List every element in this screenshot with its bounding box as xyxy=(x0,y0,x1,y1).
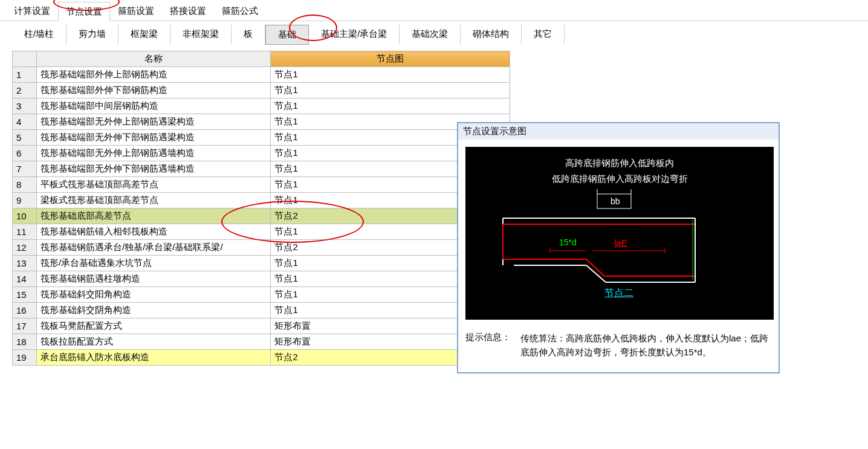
row-num: 19 xyxy=(13,350,37,366)
table-row[interactable]: 3筏形基础端部中间层钢筋构造节点1 xyxy=(13,99,510,114)
cell-node[interactable]: 节点1 xyxy=(271,67,510,83)
sub-tab-7[interactable]: 基础次梁 xyxy=(400,25,461,45)
row-num: 9 xyxy=(13,193,37,208)
cell-name[interactable]: 承台底筋锚入防水底板构造 xyxy=(36,350,271,366)
cell-name[interactable]: 筏形基础钢筋遇柱墩构造 xyxy=(36,271,271,287)
diagram-container: 高跨底排钢筋伸入低跨板内 低跨底排钢筋伸入高跨板对边弯折 bb xyxy=(458,140,779,327)
cell-name[interactable]: 筏形基础端部无外伸上部钢筋遇梁构造 xyxy=(36,114,271,130)
row-num: 8 xyxy=(13,177,37,193)
row-num: 4 xyxy=(13,114,37,130)
settings-table: 名称 节点图 1筏形基础端部外伸上部钢筋构造节点12筏形基础端部外伸下部钢筋构造… xyxy=(12,51,510,366)
top-tab-2[interactable]: 箍筋设置 xyxy=(110,1,162,21)
cell-name[interactable]: 筏形基础端部外伸下部钢筋构造 xyxy=(36,83,271,99)
row-num: 14 xyxy=(13,271,37,287)
cell-name[interactable]: 筏形/承台基础遇集水坑节点 xyxy=(36,256,271,271)
sub-tab-8[interactable]: 砌体结构 xyxy=(461,25,522,45)
sub-tab-2[interactable]: 框架梁 xyxy=(118,25,170,45)
table-row[interactable]: 6筏形基础端部无外伸上部钢筋遇墙构造节点1 xyxy=(13,146,510,161)
diagram-15d-label: 15*d xyxy=(559,237,577,247)
table-row[interactable]: 12筏形基础钢筋遇承台/独基/承台梁/基础联系梁/节点2 xyxy=(13,240,510,256)
sub-tabs: 柱/墙柱剪力墙框架梁非框架梁板基础基础主梁/承台梁基础次梁砌体结构其它 xyxy=(0,21,868,45)
row-num: 7 xyxy=(13,161,37,177)
cell-node[interactable]: 节点1 xyxy=(271,99,510,114)
table-row[interactable]: 2筏形基础端部外伸下部钢筋构造节点1 xyxy=(13,83,510,99)
diagram-popup: 节点设置示意图 高跨底排钢筋伸入低跨板内 低跨底排钢筋伸入高跨板对边弯折 bb xyxy=(457,122,780,373)
sub-tab-6[interactable]: 基础主梁/承台梁 xyxy=(309,25,400,45)
sub-tab-1[interactable]: 剪力墙 xyxy=(66,25,118,45)
cell-name[interactable]: 梁板式筏形基础顶部高差节点 xyxy=(36,193,271,208)
table-row[interactable]: 19承台底筋锚入防水底板构造节点2 xyxy=(13,350,510,366)
cell-name[interactable]: 筏板马凳筋配置方式 xyxy=(36,318,271,334)
table-row[interactable]: 18筏板拉筋配置方式矩形布置 xyxy=(13,334,510,350)
diagram-node-link[interactable]: 节点二 xyxy=(604,287,633,300)
table-row[interactable]: 11筏形基础钢筋锚入相邻筏板构造节点1 xyxy=(13,224,510,240)
sub-tab-5[interactable]: 基础 xyxy=(265,25,309,45)
cell-name[interactable]: 筏形基础端部中间层钢筋构造 xyxy=(36,99,271,114)
cell-name[interactable]: 筏形基础钢筋锚入相邻筏板构造 xyxy=(36,224,271,240)
row-num: 12 xyxy=(13,240,37,256)
cell-name[interactable]: 筏形基础端部无外伸下部钢筋遇梁构造 xyxy=(36,130,271,146)
sub-tab-4[interactable]: 板 xyxy=(232,25,265,45)
col-header-node: 节点图 xyxy=(271,51,510,67)
row-num: 5 xyxy=(13,130,37,146)
row-num: 16 xyxy=(13,303,37,318)
sub-tab-9[interactable]: 其它 xyxy=(522,25,565,45)
row-num: 3 xyxy=(13,99,37,114)
cell-name[interactable]: 筏形基础端部无外伸下部钢筋遇墙构造 xyxy=(36,161,271,177)
cell-name[interactable]: 筏形基础底部高差节点 xyxy=(36,208,271,224)
sub-tab-0[interactable]: 柱/墙柱 xyxy=(12,25,66,45)
cell-name[interactable]: 筏板拉筋配置方式 xyxy=(36,334,271,350)
table-row[interactable]: 9梁板式筏形基础顶部高差节点节点1 xyxy=(13,193,510,208)
top-tab-0[interactable]: 计算设置 xyxy=(6,1,58,21)
table-row[interactable]: 14筏形基础钢筋遇柱墩构造节点1 xyxy=(13,271,510,287)
top-tab-1[interactable]: 节点设置 xyxy=(58,2,110,21)
table-row[interactable]: 13筏形/承台基础遇集水坑节点节点1 xyxy=(13,256,510,271)
col-header-name: 名称 xyxy=(36,51,271,67)
cell-name[interactable]: 筏形基础斜交阴角构造 xyxy=(36,303,271,318)
cell-name[interactable]: 筏形基础斜交阳角构造 xyxy=(36,287,271,303)
popup-hint-label: 提示信息： xyxy=(465,332,511,359)
cell-node[interactable]: 节点1 xyxy=(271,83,510,99)
table-row[interactable]: 17筏板马凳筋配置方式矩形布置 xyxy=(13,318,510,334)
row-num: 11 xyxy=(13,224,37,240)
table-row[interactable]: 4筏形基础端部无外伸上部钢筋遇梁构造节点1 xyxy=(13,114,510,130)
diagram-lae-label: laE xyxy=(614,237,627,248)
top-tabs: 计算设置节点设置箍筋设置搭接设置箍筋公式 xyxy=(0,0,868,21)
row-num: 13 xyxy=(13,256,37,271)
diagram: 高跨底排钢筋伸入低跨板内 低跨底排钢筋伸入高跨板对边弯折 bb xyxy=(465,147,774,320)
row-num: 10 xyxy=(13,208,37,224)
col-header-num xyxy=(13,51,37,67)
row-num: 6 xyxy=(13,146,37,161)
top-tab-3[interactable]: 搭接设置 xyxy=(162,1,214,21)
table-row[interactable]: 15筏形基础斜交阳角构造节点1 xyxy=(13,287,510,303)
table-row[interactable]: 16筏形基础斜交阴角构造节点1 xyxy=(13,303,510,318)
table-row[interactable]: 7筏形基础端部无外伸下部钢筋遇墙构造节点1 xyxy=(13,161,510,177)
cell-name[interactable]: 筏形基础钢筋遇承台/独基/承台梁/基础联系梁/ xyxy=(36,240,271,256)
sub-tab-3[interactable]: 非框架梁 xyxy=(170,25,232,45)
popup-title: 节点设置示意图 xyxy=(458,123,779,140)
cell-name[interactable]: 筏形基础端部无外伸上部钢筋遇墙构造 xyxy=(36,146,271,161)
popup-hint: 提示信息： 传统算法：高跨底筋伸入低跨板内，伸入长度默认为lae；低跨底筋伸入高… xyxy=(458,327,779,372)
top-tab-4[interactable]: 箍筋公式 xyxy=(214,1,266,21)
popup-hint-text: 传统算法：高跨底筋伸入低跨板内，伸入长度默认为lae；低跨底筋伸入高跨对边弯折，… xyxy=(520,332,771,359)
row-num: 2 xyxy=(13,83,37,99)
table-row[interactable]: 1筏形基础端部外伸上部钢筋构造节点1 xyxy=(13,67,510,83)
table-row[interactable]: 8平板式筏形基础顶部高差节点节点1 xyxy=(13,177,510,193)
row-num: 1 xyxy=(13,67,37,83)
row-num: 15 xyxy=(13,287,37,303)
row-num: 18 xyxy=(13,334,37,350)
table-row[interactable]: 5筏形基础端部无外伸下部钢筋遇梁构造节点1 xyxy=(13,130,510,146)
table-row[interactable]: 10筏形基础底部高差节点节点2 xyxy=(13,208,510,224)
row-num: 17 xyxy=(13,318,37,334)
svg-rect-0 xyxy=(597,194,631,208)
cell-name[interactable]: 平板式筏形基础顶部高差节点 xyxy=(36,177,271,193)
cell-name[interactable]: 筏形基础端部外伸上部钢筋构造 xyxy=(36,67,271,83)
